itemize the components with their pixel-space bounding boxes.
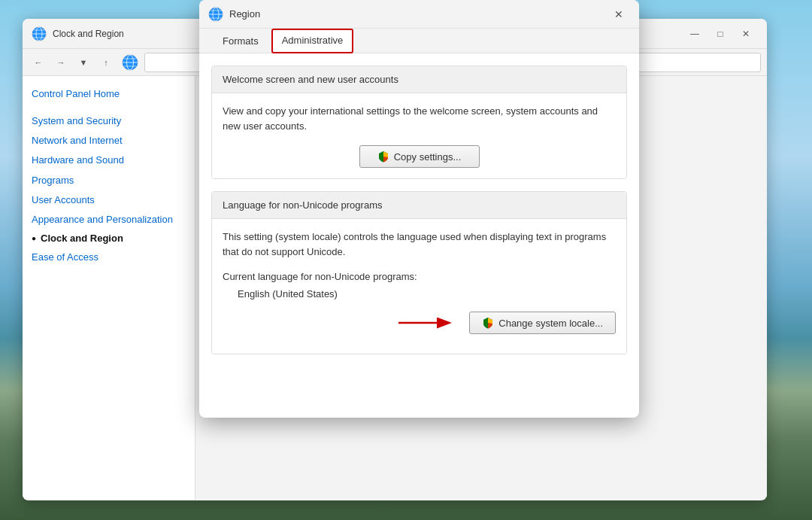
forward-button[interactable]: → [51, 53, 71, 72]
clock-region-icon [32, 26, 47, 41]
sidebar: Control Panel Home System and Security N… [23, 76, 195, 500]
shield-icon-2 [482, 317, 494, 329]
language-section: Language for non-Unicode programs This s… [211, 191, 627, 354]
language-section-header: Language for non-Unicode programs [212, 192, 626, 219]
tab-formats[interactable]: Formats [211, 29, 270, 53]
sidebar-item-hardware[interactable]: Hardware and Sound [32, 151, 186, 170]
welcome-screen-content: View and copy your international setting… [212, 93, 626, 178]
close-button[interactable]: ✕ [734, 23, 758, 44]
tab-administrative[interactable]: Administrative [271, 29, 354, 53]
current-lang-value: English (United States) [238, 288, 616, 300]
back-button[interactable]: ← [29, 53, 48, 72]
copy-settings-btn-row: Copy settings... [223, 145, 616, 168]
maximize-button[interactable]: □ [708, 23, 732, 44]
minimize-button[interactable]: — [683, 23, 707, 44]
dialog-tabs: Formats Administrative [199, 29, 639, 53]
sidebar-item-network[interactable]: Network and Internet [32, 131, 186, 151]
sidebar-item-programs[interactable]: Programs [32, 171, 186, 190]
sidebar-item-clock-region[interactable]: ● Clock and Region [32, 230, 186, 248]
shield-icon [377, 151, 389, 163]
region-dialog: Region ✕ Formats Administrative Welcome … [199, 0, 639, 418]
red-arrow-icon [397, 312, 457, 333]
welcome-screen-header: Welcome screen and new user accounts [212, 66, 626, 93]
sidebar-item-user-accounts[interactable]: User Accounts [32, 190, 186, 210]
language-section-content: This setting (system locale) controls th… [212, 219, 626, 354]
nav-globe-icon [122, 54, 138, 71]
dialog-titlebar: Region ✕ [199, 0, 639, 29]
dropdown-button[interactable]: ▼ [74, 53, 93, 72]
dialog-title: Region [229, 8, 607, 20]
window-controls: — □ ✕ [683, 23, 758, 44]
change-system-locale-button[interactable]: Change system locale... [469, 312, 616, 334]
change-locale-label: Change system locale... [498, 318, 603, 329]
sidebar-home-link[interactable]: Control Panel Home [32, 88, 186, 99]
dialog-close-button[interactable]: ✕ [607, 5, 630, 24]
dialog-globe-icon [208, 7, 223, 22]
language-description: This setting (system locale) controls th… [223, 230, 616, 259]
sidebar-item-ease-of-access[interactable]: Ease of Access [32, 248, 186, 267]
copy-settings-label: Copy settings... [394, 151, 462, 163]
arrow-annotation: Change system locale... [223, 312, 616, 334]
sidebar-item-appearance[interactable]: Appearance and Personalization [32, 210, 186, 230]
sidebar-item-system[interactable]: System and Security [32, 111, 186, 131]
copy-settings-button[interactable]: Copy settings... [359, 145, 480, 168]
current-lang-label: Current language for non-Unicode program… [223, 271, 616, 282]
up-button[interactable]: ↑ [96, 53, 116, 72]
welcome-screen-section: Welcome screen and new user accounts Vie… [211, 65, 627, 179]
welcome-screen-description: View and copy your international setting… [223, 104, 616, 133]
active-bullet: ● [32, 234, 36, 242]
dialog-body: Welcome screen and new user accounts Vie… [199, 53, 639, 409]
